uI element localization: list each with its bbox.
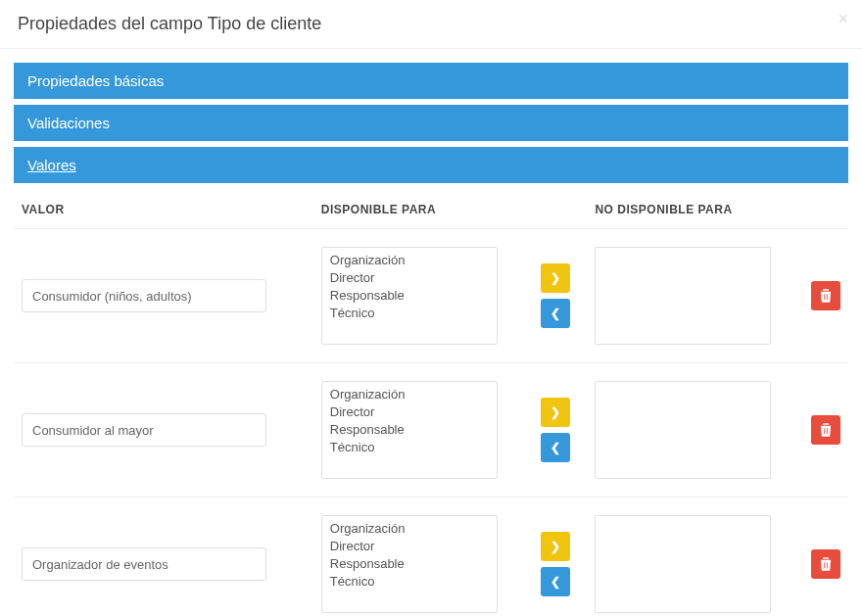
values-table: Valor Disponible para No disponible para…: [14, 193, 848, 616]
delete-row-button[interactable]: [811, 549, 840, 579]
col-header-available: Disponible para: [313, 193, 523, 229]
value-input[interactable]: [22, 547, 266, 581]
table-row: Organización Director Responsable Técnic…: [14, 363, 848, 498]
move-buttons: ❯ ❮: [531, 263, 580, 328]
move-buttons: ❯ ❮: [531, 532, 580, 596]
list-item[interactable]: Director: [322, 538, 497, 555]
chevron-right-icon: ❯: [551, 271, 560, 285]
chevron-right-icon: ❯: [551, 540, 560, 553]
close-icon[interactable]: ×: [838, 10, 848, 27]
move-left-button[interactable]: ❮: [541, 299, 570, 328]
available-listbox[interactable]: Organización Director Responsable Técnic…: [321, 381, 498, 479]
not-available-listbox[interactable]: [595, 247, 771, 345]
available-listbox[interactable]: Organización Director Responsable Técnic…: [321, 247, 498, 345]
panel-validations[interactable]: Validaciones: [14, 105, 848, 141]
value-input[interactable]: [22, 413, 266, 447]
list-item[interactable]: Organización: [322, 252, 497, 269]
table-row: Organización Director Responsable Técnic…: [14, 498, 848, 617]
delete-row-button[interactable]: [811, 415, 840, 445]
col-header-delete: [797, 193, 848, 229]
dialog-title: Propiedades del campo Tipo de cliente: [18, 14, 844, 34]
chevron-left-icon: ❮: [551, 575, 560, 589]
value-input[interactable]: [22, 279, 266, 312]
field-properties-dialog: Propiedades del campo Tipo de cliente × …: [0, 0, 862, 616]
chevron-right-icon: ❯: [551, 405, 560, 419]
move-left-button[interactable]: ❮: [541, 433, 570, 462]
list-item[interactable]: Técnico: [322, 439, 497, 456]
move-left-button[interactable]: ❮: [541, 567, 570, 596]
col-header-arrows: [523, 193, 588, 229]
trash-icon: [820, 557, 832, 571]
list-item[interactable]: Responsable: [322, 555, 497, 573]
move-right-button[interactable]: ❯: [541, 398, 570, 427]
list-item[interactable]: Organización: [322, 520, 497, 538]
list-item[interactable]: Responsable: [322, 421, 497, 439]
dialog-header: Propiedades del campo Tipo de cliente ×: [0, 0, 862, 49]
not-available-listbox[interactable]: [595, 381, 771, 479]
move-right-button[interactable]: ❯: [541, 263, 570, 293]
list-item[interactable]: Técnico: [322, 573, 497, 591]
not-available-listbox[interactable]: [595, 515, 771, 613]
list-item[interactable]: Director: [322, 403, 497, 421]
trash-icon: [820, 423, 832, 437]
panel-basic-properties[interactable]: Propiedades básicas: [14, 63, 848, 99]
available-listbox[interactable]: Organización Director Responsable Técnic…: [321, 515, 498, 613]
list-item[interactable]: Organización: [322, 386, 497, 403]
chevron-left-icon: ❮: [551, 307, 560, 320]
delete-row-button[interactable]: [811, 281, 840, 310]
trash-icon: [820, 289, 832, 303]
col-header-notavailable: No disponible para: [587, 193, 796, 229]
col-header-value: Valor: [14, 193, 313, 229]
chevron-left-icon: ❮: [551, 441, 560, 454]
list-item[interactable]: Responsable: [322, 287, 497, 305]
table-row: Organización Director Responsable Técnic…: [14, 229, 848, 363]
move-right-button[interactable]: ❯: [541, 532, 570, 561]
move-buttons: ❯ ❮: [531, 398, 580, 462]
list-item[interactable]: Director: [322, 269, 497, 287]
dialog-body: Propiedades básicas Validaciones Valores…: [0, 49, 862, 616]
list-item[interactable]: Técnico: [322, 305, 497, 322]
panel-values[interactable]: Valores: [14, 147, 848, 183]
